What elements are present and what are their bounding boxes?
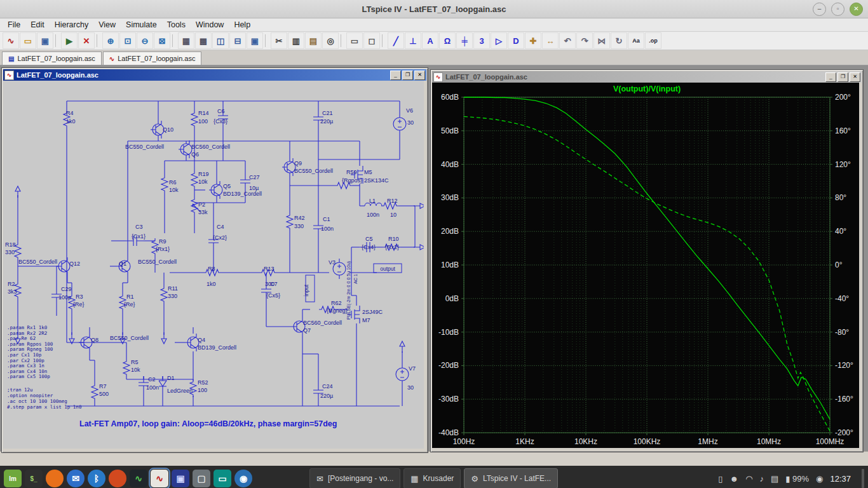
launcher-media[interactable]: ◉ xyxy=(234,470,252,487)
clock[interactable]: 12:37 xyxy=(830,474,851,484)
spice-directive-button[interactable]: .op xyxy=(645,32,661,49)
tile-vertical-button[interactable]: ◫ xyxy=(212,32,229,49)
show-desktop-button[interactable] xyxy=(862,469,864,488)
rotate-button[interactable]: ↻ xyxy=(611,32,627,49)
net-label-button[interactable]: A xyxy=(422,32,438,49)
zoom-full-button[interactable]: ⊠ xyxy=(154,32,170,49)
print-button[interactable]: ▭ xyxy=(346,32,363,49)
menu-hierarchy[interactable]: Hierarchy xyxy=(50,20,94,30)
tray-icons: ▯☻◠♪▤ xyxy=(718,474,778,484)
launcher-browser[interactable] xyxy=(109,470,126,487)
drag-button[interactable]: ↔ xyxy=(542,32,559,49)
svg-text:100MHz: 100MHz xyxy=(816,437,844,446)
volume-icon[interactable]: ♪ xyxy=(760,474,764,484)
mirror-button[interactable]: ⋈ xyxy=(593,32,610,49)
svg-text:10µ: 10µ xyxy=(249,185,259,191)
zoom-in-button[interactable]: ⊕ xyxy=(102,32,119,49)
diode-button[interactable]: ▷ xyxy=(491,32,507,49)
svg-text:BD139_Cordell: BD139_Cordell xyxy=(223,191,262,197)
redo-button[interactable]: ↷ xyxy=(576,32,593,49)
svg-text:C27: C27 xyxy=(249,174,260,180)
paste-button[interactable]: ▤ xyxy=(305,32,322,49)
child-restore-button[interactable]: ❐ xyxy=(837,72,848,82)
menu-edit[interactable]: Edit xyxy=(25,20,50,30)
svg-text:1k0: 1k0 xyxy=(207,281,216,287)
zoom-out-button[interactable]: ⊖ xyxy=(137,32,153,49)
save-button[interactable]: ▣ xyxy=(37,32,53,49)
launcher-oscilloscope[interactable]: ∿ xyxy=(130,470,147,487)
taskbar-window-krusader[interactable]: ▦Krusader xyxy=(403,468,461,488)
launcher-files[interactable]: ▣ xyxy=(172,470,189,487)
tab-label: LatFET_07_loopgain.asc xyxy=(17,55,95,62)
waveform-plot[interactable]: 60dB50dB40dB30dB20dB10dB0dB-10dB-20dB-30… xyxy=(432,83,859,448)
schematic-canvas[interactable]: R41k0Q10R14100C6{Cx3}C21220µV630BC550_Co… xyxy=(3,81,424,449)
draw-wire-button[interactable]: ╱ xyxy=(388,32,404,49)
svg-text:M5: M5 xyxy=(364,169,372,175)
launcher-mail[interactable]: ✉ xyxy=(67,470,85,487)
child-minimize-button[interactable]: _ xyxy=(390,71,401,80)
shield-icon[interactable]: ◉ xyxy=(816,474,823,484)
ground-button[interactable]: ⊥ xyxy=(405,32,421,49)
copy-button[interactable]: ▥ xyxy=(288,32,304,49)
zoom-area-button[interactable]: ⊡ xyxy=(119,32,136,49)
trace-title[interactable]: V(output)/V(input) xyxy=(613,85,681,93)
svg-text:10MHz: 10MHz xyxy=(757,437,781,446)
taskbar-window-ltspice-iv-latfe-[interactable]: ⚙LTspice IV - LatFE... xyxy=(464,468,558,488)
waveform-window-titlebar[interactable]: ∿ LatFET_07_loopgain.asc _ ❐ ✕ xyxy=(432,71,862,83)
print-preview-button[interactable]: ◻ xyxy=(363,32,380,49)
plot-svg: 60dB50dB40dB30dB20dB10dB0dB-10dB-20dB-30… xyxy=(432,83,859,448)
schematic-window-titlebar[interactable]: ∿ LatFET_07_loopgain.asc _ ❐ ✕ xyxy=(3,69,426,81)
input-method-icon[interactable]: ▤ xyxy=(771,474,778,484)
menu-view[interactable]: View xyxy=(93,20,121,30)
menu-file[interactable]: File xyxy=(3,20,25,30)
component-button[interactable]: D xyxy=(508,32,524,49)
launcher-firefox[interactable] xyxy=(46,470,64,487)
svg-text:M7: M7 xyxy=(362,317,370,323)
launcher-remote-desktop[interactable]: ▭ xyxy=(214,470,231,487)
cascade-windows-button[interactable]: ▣ xyxy=(247,32,263,49)
undo-button[interactable]: ↶ xyxy=(559,32,576,49)
show-grid-button[interactable]: ▦ xyxy=(178,32,194,49)
halt-button[interactable]: ✕ xyxy=(78,32,95,49)
launcher-utility[interactable]: ▢ xyxy=(193,470,210,487)
menu-help[interactable]: Help xyxy=(229,20,255,30)
child-close-button[interactable]: ✕ xyxy=(414,71,425,80)
inductor-button[interactable]: 3 xyxy=(473,32,490,49)
window-button-icon: ⚙ xyxy=(471,474,478,484)
svg-text:R19: R19 xyxy=(198,171,209,177)
move-button[interactable]: ✚ xyxy=(525,32,541,49)
launcher-bluetooth[interactable]: ᛒ xyxy=(88,470,105,487)
launcher-terminal[interactable]: $_ xyxy=(25,470,43,487)
user-icon[interactable]: ☻ xyxy=(729,474,738,484)
menu-window[interactable]: Window xyxy=(191,20,229,30)
maximize-button[interactable]: ▫ xyxy=(831,3,844,16)
find-button[interactable]: ◎ xyxy=(322,32,339,49)
resistor-button[interactable]: Ω xyxy=(439,32,456,49)
menu-tools[interactable]: Tools xyxy=(162,20,191,30)
svg-text:{Cx1}: {Cx1} xyxy=(132,233,146,240)
child-close-button[interactable]: ✕ xyxy=(850,72,860,82)
close-button[interactable]: ✕ xyxy=(850,3,863,16)
open-file-button[interactable]: ▭ xyxy=(20,32,36,49)
tab-schematic[interactable]: ▤LatFET_07_loopgain.asc xyxy=(2,51,102,65)
svg-text:Q1: Q1 xyxy=(119,261,126,267)
new-schematic-button[interactable]: ∿ xyxy=(3,32,19,49)
child-minimize-button[interactable]: _ xyxy=(825,72,836,82)
snap-grid-button[interactable]: ▩ xyxy=(195,32,212,49)
svg-text:C5: C5 xyxy=(365,236,373,242)
text-button[interactable]: Aa xyxy=(628,32,644,49)
run-button[interactable]: ▶ xyxy=(61,32,78,49)
battery-indicator[interactable]: ▮ 99% xyxy=(785,474,809,484)
tab-waveform[interactable]: ∿LatFET_07_loopgain.asc xyxy=(103,51,202,65)
menu-simulate[interactable]: Simulate xyxy=(121,20,162,30)
launcher-mint-menu[interactable]: lm xyxy=(4,470,22,487)
cut-button[interactable]: ✂ xyxy=(271,32,287,49)
taskbar-window--posteingang-vo-[interactable]: ✉[Posteingang - vo... xyxy=(309,468,400,488)
minimize-button[interactable]: – xyxy=(813,3,826,16)
wifi-icon[interactable]: ◠ xyxy=(745,474,752,484)
capacitor-button[interactable]: ╪ xyxy=(456,32,473,49)
launcher-ltspice[interactable]: ∿ xyxy=(151,470,168,487)
child-restore-button[interactable]: ❐ xyxy=(402,71,413,80)
tile-horizontal-button[interactable]: ⊟ xyxy=(229,32,246,49)
trash-icon[interactable]: ▯ xyxy=(718,474,722,484)
